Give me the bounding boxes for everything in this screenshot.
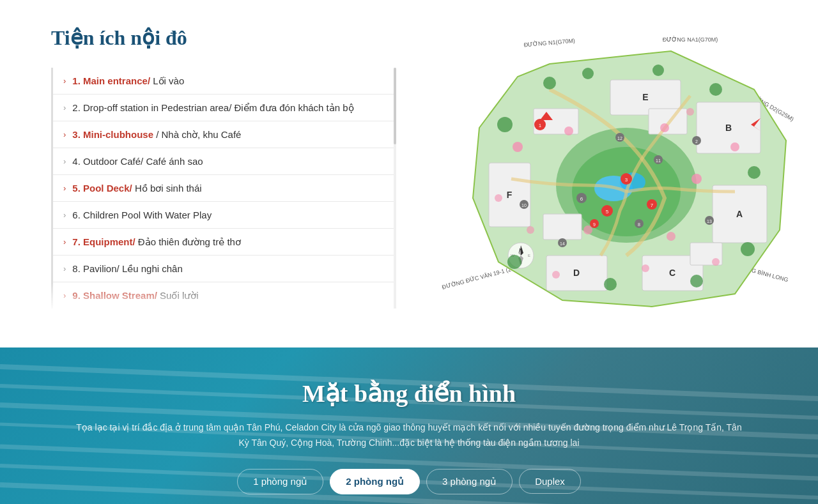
svg-text:E: E — [528, 254, 530, 257]
chevron-icon: › — [63, 102, 66, 114]
svg-point-64 — [513, 142, 523, 152]
svg-text:F: F — [507, 190, 513, 200]
top-section: Tiện ích nội đô ›1. Main entrance/ Lối v… — [0, 0, 818, 347]
right-panel: ĐƯỜNG N1(G70M) ĐƯỜNG NA1(G70M) ĐƯỜNG D2(… — [422, 26, 818, 322]
amenity-text: 3. Mini-clubhouse / Nhà chờ, khu Café — [72, 128, 241, 141]
amenity-highlight: 9. Shallow Stream/ — [72, 290, 157, 301]
svg-point-80 — [748, 166, 760, 179]
svg-text:14: 14 — [560, 241, 565, 246]
amenities-list-wrapper: ›1. Main entrance/ Lối vào›2. Drop-off s… — [51, 68, 396, 309]
chevron-icon: › — [63, 236, 66, 248]
amenity-text: 1. Main entrance/ Lối vào — [72, 74, 184, 88]
svg-text:13: 13 — [707, 219, 712, 224]
svg-text:A: A — [736, 209, 743, 219]
amenity-item[interactable]: ›8. Pavilion/ Lều nghi chân — [53, 256, 396, 282]
amenity-item[interactable]: ›3. Mini-clubhouse / Nhà chờ, khu Café — [53, 121, 396, 148]
svg-point-74 — [730, 142, 739, 151]
svg-point-83 — [543, 77, 556, 89]
svg-text:12: 12 — [617, 136, 622, 141]
chevron-icon: › — [63, 210, 66, 221]
svg-point-79 — [741, 242, 755, 256]
map-image: ĐƯỜNG N1(G70M) ĐƯỜNG NA1(G70M) ĐƯỜNG D2(… — [422, 26, 818, 322]
svg-point-71 — [527, 226, 534, 234]
svg-point-73 — [495, 194, 502, 202]
svg-point-72 — [552, 271, 560, 279]
svg-point-85 — [652, 65, 664, 76]
amenity-text: 7. Equipment/ Đảo thiên đường trẻ thơ — [72, 235, 241, 248]
chevron-icon: › — [63, 263, 66, 275]
bottom-section-title: Mặt bằng điển hình — [51, 379, 767, 408]
bottom-description: Tọa lạc tại vị trí đắc địa ở trung tâm q… — [73, 420, 745, 451]
chevron-icon: › — [63, 75, 66, 87]
amenity-highlight: 7. Equipment/ — [72, 236, 135, 247]
svg-text:6: 6 — [580, 196, 583, 202]
amenity-item[interactable]: ›6. Children Pool With Water Play — [53, 202, 396, 229]
site-map-svg: ĐƯỜNG N1(G70M) ĐƯỜNG NA1(G70M) ĐƯỜNG D2(… — [422, 26, 818, 319]
svg-point-77 — [497, 117, 513, 132]
svg-text:C: C — [669, 268, 675, 278]
svg-point-66 — [691, 174, 702, 184]
amenity-text: 6. Children Pool With Water Play — [72, 208, 212, 222]
svg-text:ĐƯỜNG NA1(G70M): ĐƯỜNG NA1(G70M) — [663, 36, 718, 43]
amenity-text: 2. Drop-off station in Pedestrian area/ … — [72, 101, 353, 114]
svg-point-75 — [642, 264, 649, 272]
chevron-icon: › — [63, 290, 66, 302]
floor-plan-tab[interactable]: 2 phòng ngủ — [330, 469, 420, 494]
amenity-text: 9. Shallow Stream/ Suối lười — [72, 289, 198, 302]
floor-plan-tab[interactable]: 1 phòng ngủ — [237, 469, 323, 494]
svg-point-78 — [507, 255, 521, 269]
svg-rect-24 — [543, 214, 582, 240]
amenity-item[interactable]: ›4. Outdoor Café/ Café ánh sao — [53, 148, 396, 175]
chevron-icon: › — [63, 129, 66, 141]
amenity-text: 5. Pool Deck/ Hồ bơi sinh thái — [72, 181, 201, 195]
scroll-indicator[interactable] — [394, 68, 396, 309]
amenity-highlight: 3. Mini-clubhouse — [72, 129, 153, 140]
svg-point-86 — [709, 83, 722, 96]
scroll-thumb[interactable] — [394, 68, 396, 144]
chevron-icon: › — [63, 183, 66, 194]
amenity-highlight: 5. Pool Deck/ — [72, 183, 132, 194]
tabs-row: 1 phòng ngủ2 phòng ngủ3 phòng ngủDuplex — [51, 469, 767, 494]
amenity-item[interactable]: ›9. Shallow Stream/ Suối lười — [53, 282, 396, 309]
svg-text:7: 7 — [651, 202, 654, 208]
svg-text:9: 9 — [593, 222, 596, 227]
amenity-highlight: 1. Main entrance/ — [72, 75, 150, 86]
svg-text:3: 3 — [625, 177, 628, 183]
svg-text:2: 2 — [695, 139, 698, 144]
svg-point-81 — [690, 275, 703, 287]
svg-point-70 — [712, 258, 720, 266]
bottom-section: Mặt bằng điển hình Tọa lạc tại vị trí đắ… — [0, 347, 818, 504]
chevron-icon: › — [63, 156, 66, 167]
bottom-content: Mặt bằng điển hình Tọa lạc tại vị trí đắ… — [51, 379, 767, 494]
section-title: Tiện ích nội đô — [51, 26, 396, 50]
svg-text:11: 11 — [656, 158, 661, 163]
svg-point-69 — [667, 232, 675, 241]
amenity-item[interactable]: ›7. Equipment/ Đảo thiên đường trẻ thơ — [53, 229, 396, 256]
svg-text:N: N — [519, 248, 522, 252]
svg-point-82 — [604, 278, 617, 291]
svg-point-67 — [660, 123, 669, 132]
amenity-item[interactable]: ›5. Pool Deck/ Hồ bơi sinh thái — [53, 175, 396, 202]
svg-text:E: E — [642, 92, 648, 102]
svg-point-76 — [686, 108, 694, 116]
floor-plan-tab[interactable]: Duplex — [519, 469, 581, 494]
amenity-text: 8. Pavilion/ Lều nghi chân — [72, 262, 182, 275]
amenity-item[interactable]: ›2. Drop-off station in Pedestrian area/… — [53, 95, 396, 121]
svg-point-65 — [564, 126, 573, 135]
svg-text:8: 8 — [638, 222, 640, 227]
svg-text:1: 1 — [539, 123, 542, 128]
svg-point-68 — [583, 225, 592, 234]
left-panel: Tiện ích nội đô ›1. Main entrance/ Lối v… — [51, 26, 396, 322]
svg-text:5: 5 — [606, 209, 609, 215]
svg-point-84 — [582, 68, 594, 79]
amenity-item[interactable]: ›1. Main entrance/ Lối vào — [53, 68, 396, 95]
amenity-text: 4. Outdoor Café/ Café ánh sao — [72, 155, 203, 168]
floor-plan-tab[interactable]: 3 phòng ngủ — [426, 469, 513, 494]
svg-text:10: 10 — [521, 203, 527, 208]
amenities-list: ›1. Main entrance/ Lối vào›2. Drop-off s… — [51, 68, 396, 309]
svg-text:D: D — [573, 268, 580, 278]
svg-text:B: B — [725, 123, 732, 133]
